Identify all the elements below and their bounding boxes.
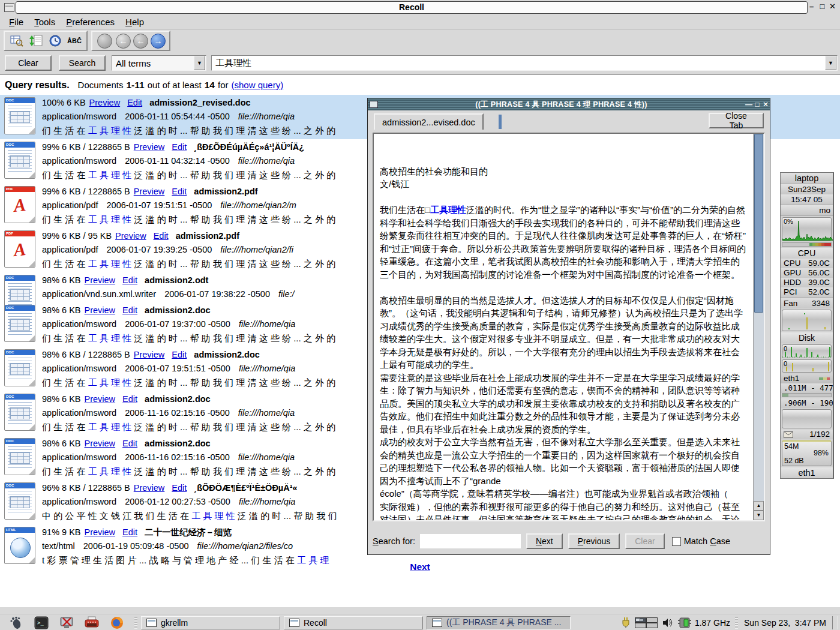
pdf-file-icon[interactable]: PDFA bbox=[4, 186, 35, 223]
result-title: admission2_revised.doc bbox=[149, 98, 250, 107]
preview-link[interactable]: Preview bbox=[85, 394, 116, 404]
preview-link[interactable]: Preview bbox=[89, 98, 121, 107]
disk-chart-2[interactable]: 0 bbox=[782, 359, 832, 373]
net-chart[interactable] bbox=[782, 409, 832, 428]
preview-titlebar[interactable]: ((工 PHRASE 4 具 PHRASE 4 理 PHRASE 4 性)) —… bbox=[368, 98, 770, 110]
preview-scrollbar[interactable]: ▲ ▼ bbox=[753, 134, 764, 520]
search-button[interactable]: Search bbox=[59, 55, 106, 71]
preview-link[interactable]: Preview bbox=[134, 483, 165, 493]
edit-link[interactable]: Edit bbox=[122, 275, 137, 285]
preview-link[interactable]: Preview bbox=[85, 439, 116, 448]
preview-link[interactable]: Preview bbox=[134, 187, 165, 196]
page-first-icon[interactable] bbox=[97, 34, 112, 49]
text-run: 泛滥的时代。作为“世之显学”的诸种以“事实”与“价值”的二分为荣的自然科学和社会… bbox=[380, 205, 746, 280]
clear-button[interactable]: Clear bbox=[5, 55, 52, 71]
doc-file-icon[interactable]: DOC bbox=[4, 349, 35, 386]
menu-file[interactable]: File bbox=[4, 16, 29, 28]
task-button-2[interactable]: Recoll bbox=[284, 616, 423, 629]
maximize-icon[interactable]: □ bbox=[818, 1, 827, 12]
cpu-chart[interactable]: 0% bbox=[782, 217, 832, 241]
scrollbar-thumb[interactable] bbox=[754, 134, 763, 313]
firefox-launcher-icon[interactable] bbox=[108, 616, 126, 630]
gkrellm-date[interactable]: Sun23Sep bbox=[781, 184, 833, 194]
preview-link[interactable]: Preview bbox=[134, 350, 165, 359]
fan-chart[interactable] bbox=[782, 310, 832, 331]
preview-close-icon[interactable]: ✕ bbox=[761, 100, 770, 109]
wireless-panel[interactable]: 54M 98% 52 dB bbox=[782, 440, 832, 466]
scroll-down-icon[interactable]: ▼ bbox=[754, 511, 764, 520]
highlighted-term: 工 具 理 性 bbox=[88, 422, 132, 432]
back2-icon[interactable]: ← bbox=[133, 34, 148, 49]
terminal-launcher-icon[interactable]: >_ bbox=[32, 616, 50, 630]
show-desktop-edge[interactable] bbox=[832, 616, 838, 629]
taskbar-clock[interactable]: Sun Sep 23, 3:47 PM bbox=[744, 618, 826, 628]
edit-link[interactable]: Edit bbox=[127, 98, 142, 107]
term-explorer-icon[interactable]: ÅBĈ bbox=[65, 33, 83, 49]
query-combo[interactable]: ▼ bbox=[211, 55, 838, 71]
preview-link[interactable]: Preview bbox=[85, 527, 116, 537]
edit-link[interactable]: Edit bbox=[122, 527, 137, 537]
show-query-link[interactable]: (show query) bbox=[231, 80, 283, 90]
search-mode-select[interactable]: All terms ▼ bbox=[112, 55, 206, 71]
doc-file-icon[interactable]: DOC bbox=[4, 305, 35, 342]
doc-file-icon[interactable]: DOC bbox=[4, 142, 35, 179]
volume-icon[interactable] bbox=[662, 618, 673, 628]
edit-link[interactable]: Edit bbox=[172, 187, 187, 196]
preview-tab[interactable]: admission2...evised.doc bbox=[374, 113, 484, 130]
edit-link[interactable]: Edit bbox=[172, 350, 187, 359]
menu-preferences[interactable]: Preferences bbox=[61, 16, 120, 28]
menu-help[interactable]: Help bbox=[120, 16, 149, 28]
preview-minimize-icon[interactable]: — bbox=[745, 100, 753, 109]
task-button-3[interactable]: ((工 PHRASE 4 具 PHRASE ... bbox=[427, 616, 571, 629]
result-mime: application/msword bbox=[42, 408, 116, 418]
tray-handle[interactable] bbox=[735, 617, 738, 629]
next-page-link[interactable]: Next bbox=[410, 562, 430, 572]
disk-chart-1[interactable]: 0 bbox=[782, 344, 832, 358]
typewriter-launcher-icon[interactable] bbox=[83, 616, 101, 630]
workspace-pager[interactable] bbox=[635, 617, 658, 628]
gnome-menu-icon[interactable] bbox=[7, 616, 25, 630]
preview-link[interactable]: Preview bbox=[85, 275, 116, 285]
forward-icon[interactable]: → bbox=[151, 34, 166, 49]
find-previous-button[interactable]: Previous bbox=[568, 533, 620, 549]
back-icon[interactable]: ← bbox=[116, 34, 131, 49]
menu-tools[interactable]: Tools bbox=[29, 16, 61, 28]
html-file-icon[interactable]: HTML bbox=[4, 527, 35, 564]
edit-link[interactable]: Edit bbox=[154, 231, 169, 241]
edit-link[interactable]: Edit bbox=[122, 439, 137, 448]
close-icon[interactable]: ✕ bbox=[828, 1, 837, 12]
preview-maximize-icon[interactable]: □ bbox=[753, 100, 761, 109]
edit-link[interactable]: Edit bbox=[122, 394, 137, 404]
query-input[interactable] bbox=[212, 58, 825, 69]
history-clock-icon[interactable] bbox=[46, 33, 64, 49]
preview-link[interactable]: Preview bbox=[115, 231, 146, 241]
screen-kill-icon[interactable] bbox=[58, 616, 76, 630]
recoll-titlebar[interactable]: Recoll – □ ✕ bbox=[0, 0, 840, 15]
doc-file-icon[interactable]: DOC bbox=[4, 97, 35, 134]
power-plug-icon[interactable] bbox=[622, 617, 630, 629]
find-next-button[interactable]: Next bbox=[526, 533, 563, 549]
sort-parameters-icon[interactable] bbox=[27, 33, 45, 49]
edit-link[interactable]: Edit bbox=[172, 483, 187, 493]
gkrellm-time[interactable]: 15:47 05 bbox=[781, 194, 833, 205]
cpu-frequency-icon[interactable] bbox=[678, 617, 692, 629]
advanced-search-icon[interactable] bbox=[8, 33, 26, 49]
match-case-checkbox[interactable] bbox=[672, 537, 681, 546]
preview-window: ((工 PHRASE 4 具 PHRASE 4 理 PHRASE 4 性)) —… bbox=[367, 98, 770, 555]
preview-link[interactable]: Preview bbox=[85, 305, 116, 315]
doc-file-icon[interactable]: DOC bbox=[4, 438, 35, 475]
minimize-icon[interactable]: – bbox=[807, 1, 816, 12]
doc-file-icon[interactable]: DOC bbox=[4, 394, 35, 431]
preview-link[interactable]: Preview bbox=[134, 142, 165, 152]
preview-text[interactable]: 高校招生的社会功能和目的文/钱江 我们生活在□工具理性泛滥的时代。作为“世之显学… bbox=[374, 134, 754, 520]
close-tab-button[interactable]: Close Tab bbox=[709, 113, 764, 128]
pdf-file-icon[interactable]: PDFA bbox=[4, 230, 35, 268]
mail-readout[interactable]: 1/192 bbox=[781, 430, 833, 439]
task-button-1[interactable]: gkrellm bbox=[141, 616, 280, 629]
edit-link[interactable]: Edit bbox=[122, 305, 137, 315]
result-mime: application/pdf bbox=[42, 245, 98, 254]
doc-file-icon[interactable]: DOC bbox=[4, 482, 35, 520]
edit-link[interactable]: Edit bbox=[172, 142, 187, 152]
scroll-up-icon[interactable]: ▲ bbox=[754, 501, 764, 511]
find-input[interactable] bbox=[420, 534, 521, 548]
